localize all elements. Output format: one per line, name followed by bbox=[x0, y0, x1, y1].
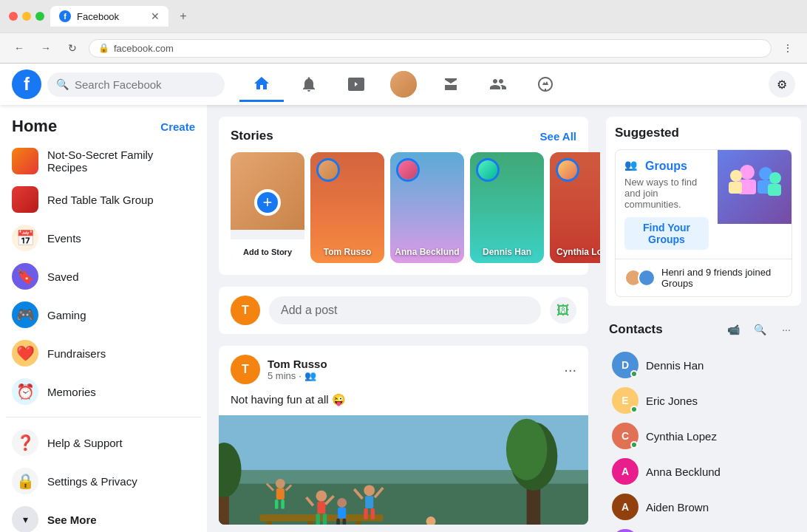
post-more-btn[interactable]: ··· bbox=[564, 361, 576, 378]
search-input[interactable] bbox=[75, 78, 216, 91]
svg-rect-10 bbox=[307, 522, 313, 525]
find-groups-btn[interactable]: Find Your Groups bbox=[624, 217, 709, 250]
address-text: facebook.com bbox=[114, 43, 174, 54]
memories-icon: ⏰ bbox=[12, 378, 38, 405]
contact-name-anna: Anna Becklund bbox=[646, 466, 721, 478]
nav-home[interactable] bbox=[239, 66, 284, 102]
story-anna-becklund[interactable]: Anna Becklund bbox=[390, 152, 464, 263]
nav-profile[interactable] bbox=[381, 66, 426, 102]
nav-watch[interactable] bbox=[334, 66, 378, 102]
see-more-btn[interactable]: ▾ See More bbox=[6, 500, 201, 532]
close-window-btn[interactable] bbox=[9, 12, 18, 21]
nav-notifications[interactable] bbox=[287, 66, 331, 102]
svg-point-46 bbox=[740, 165, 755, 180]
group-avatar-red-table bbox=[12, 186, 38, 213]
add-story-plus-icon: + bbox=[254, 189, 281, 216]
minimize-window-btn[interactable] bbox=[22, 12, 31, 21]
post-time: 5 mins bbox=[268, 370, 296, 381]
fundraisers-icon: ❤️ bbox=[12, 340, 38, 366]
contacts-more-btn[interactable]: ··· bbox=[774, 318, 798, 341]
browser-menu-btn[interactable]: ⋮ bbox=[777, 38, 798, 58]
contacts-video-btn[interactable]: 📹 bbox=[721, 318, 745, 341]
refresh-btn[interactable]: ↻ bbox=[62, 38, 83, 58]
contact-avatar-dennis: D bbox=[612, 352, 639, 378]
sidebar-item-gaming[interactable]: 🎮 Gaming bbox=[6, 296, 201, 334]
messenger-icon bbox=[537, 75, 554, 93]
gaming-icon: 🎮 bbox=[12, 301, 38, 328]
contact-aiden-brown[interactable]: A Aiden Brown bbox=[606, 489, 801, 525]
sidebar-item-red-table[interactable]: Red Table Talk Group bbox=[6, 180, 201, 219]
svg-rect-51 bbox=[729, 182, 742, 194]
sidebar-item-memories[interactable]: ⏰ Memories bbox=[6, 372, 201, 411]
maximize-window-btn[interactable] bbox=[35, 12, 44, 21]
post-author-info: Tom Russo 5 mins · 👥 bbox=[268, 358, 556, 381]
browser-nav-bar: ← → ↻ 🔒 facebook.com ⋮ bbox=[0, 33, 807, 63]
contact-name-dennis: Dennis Han bbox=[646, 359, 704, 372]
svg-point-12 bbox=[316, 491, 327, 502]
contact-betty-chen[interactable]: B Betty Chen bbox=[606, 525, 801, 532]
address-bar[interactable]: 🔒 facebook.com bbox=[89, 39, 772, 58]
sidebar-item-fundraisers[interactable]: ❤️ Fundraisers bbox=[6, 334, 201, 372]
suggested-title: Suggested bbox=[615, 126, 792, 140]
sidebar-item-events[interactable]: 📅 Events bbox=[6, 219, 201, 257]
post-card: T Tom Russo 5 mins · 👥 ··· Not having fu… bbox=[219, 346, 588, 525]
add-photo-btn[interactable]: 🖼 bbox=[550, 297, 576, 324]
contacts-title: Contacts bbox=[609, 322, 663, 337]
new-tab-btn[interactable]: + bbox=[174, 7, 192, 25]
group-avatar-family bbox=[12, 148, 38, 174]
sidebar: Home Create Not-So-Secret Family Recipes… bbox=[0, 105, 207, 532]
svg-rect-35 bbox=[338, 508, 346, 519]
story-avatar-ring-dennis bbox=[476, 158, 500, 182]
friends-joined: Henri and 9 friends joined Groups bbox=[616, 259, 791, 296]
sidebar-item-saved[interactable]: 🔖 Saved bbox=[6, 257, 201, 296]
settings-btn[interactable]: ⚙ bbox=[769, 71, 795, 98]
sidebar-item-settings[interactable]: 🔒 Settings & Privacy bbox=[6, 462, 201, 500]
post-author-name[interactable]: Tom Russo bbox=[268, 358, 556, 370]
contact-eric-jones[interactable]: E Eric Jones bbox=[606, 383, 801, 418]
svg-rect-29 bbox=[281, 499, 285, 509]
browser-tab[interactable]: f Facebook ✕ bbox=[50, 6, 168, 27]
facebook-logo[interactable]: f bbox=[12, 69, 41, 99]
sidebar-label-gaming: Gaming bbox=[47, 309, 86, 321]
home-icon bbox=[253, 75, 270, 92]
contacts-search-btn[interactable]: 🔍 bbox=[748, 318, 772, 341]
nav-friends[interactable] bbox=[476, 66, 520, 102]
post-author-avatar[interactable]: T bbox=[231, 355, 260, 384]
story-dennis-han[interactable]: Dennis Han bbox=[470, 152, 544, 263]
story-cynthia-lopez[interactable]: Cynthia Lopez bbox=[550, 152, 600, 263]
post-image-container bbox=[219, 415, 588, 525]
back-btn[interactable]: ← bbox=[9, 38, 30, 58]
nav-messenger[interactable] bbox=[523, 66, 568, 102]
add-to-story-card[interactable]: + Add to Story bbox=[231, 152, 304, 263]
story-tom-russo[interactable]: Tom Russo bbox=[310, 152, 384, 263]
svg-rect-53 bbox=[768, 184, 781, 196]
main-feed: Stories See All + Add to Story bbox=[207, 105, 600, 532]
svg-rect-22 bbox=[364, 508, 368, 519]
tab-title: Facebook bbox=[77, 11, 119, 22]
contacts-header: Contacts 📹 🔍 ··· bbox=[606, 318, 801, 341]
sidebar-item-family-recipes[interactable]: Not-So-Secret Family Recipes bbox=[6, 142, 201, 180]
contact-anna-becklund[interactable]: A Anna Becklund bbox=[606, 454, 801, 489]
close-tab-btn[interactable]: ✕ bbox=[151, 10, 160, 22]
online-indicator-eric bbox=[630, 406, 638, 413]
search-box[interactable]: 🔍 bbox=[47, 72, 225, 97]
story-label-tom: Tom Russo bbox=[310, 247, 384, 257]
friend-avatar-2 bbox=[638, 269, 656, 287]
post-header: T Tom Russo 5 mins · 👥 ··· bbox=[219, 346, 588, 393]
nav-store[interactable] bbox=[429, 66, 473, 102]
story-label-cynthia: Cynthia Lopez bbox=[550, 247, 600, 257]
stories-see-all-btn[interactable]: See All bbox=[540, 130, 576, 143]
forward-btn[interactable]: → bbox=[35, 38, 56, 58]
contact-cynthia-lopez[interactable]: C Cynthia Lopez bbox=[606, 418, 801, 454]
svg-rect-19 bbox=[365, 496, 373, 508]
contact-name-cynthia: Cynthia Lopez bbox=[646, 430, 717, 443]
sidebar-item-help[interactable]: ❓ Help & Support bbox=[6, 423, 201, 462]
stories-header: Stories See All bbox=[231, 129, 576, 143]
contact-dennis-han[interactable]: D Dennis Han bbox=[606, 347, 801, 383]
svg-rect-11 bbox=[355, 522, 361, 525]
svg-rect-37 bbox=[343, 519, 347, 525]
online-indicator-cynthia bbox=[630, 441, 638, 449]
create-btn[interactable]: Create bbox=[160, 120, 195, 133]
post-input-field[interactable]: Add a post bbox=[269, 296, 541, 324]
add-story-label: Add to Story bbox=[231, 239, 304, 263]
